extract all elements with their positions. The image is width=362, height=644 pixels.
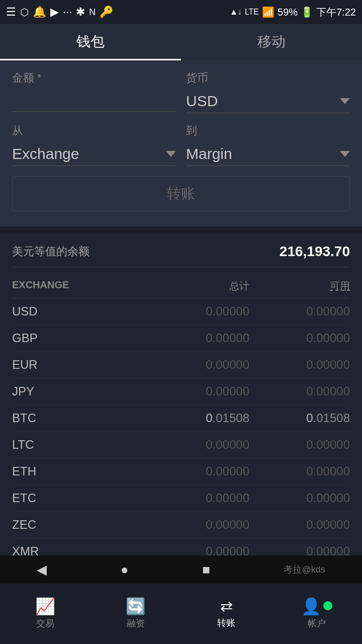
table-row: BTC 0.01508 0.01508	[12, 405, 350, 432]
recents-button[interactable]: ■	[202, 562, 210, 578]
from-group: 从 Exchange	[12, 123, 176, 166]
nav-transfer[interactable]: ⇄ 转账	[181, 599, 272, 629]
table-row: JPY 0.00000 0.00000	[12, 378, 350, 405]
tab-wallet[interactable]: 钱包	[0, 24, 181, 60]
home-button[interactable]: ●	[121, 562, 129, 578]
amount-group: 金额 *	[12, 70, 176, 113]
android-nav-bar: ◀ ● ■ 考拉@kds	[0, 555, 362, 584]
table-row: ZEC 0.00000 0.00000	[12, 512, 350, 538]
main-tabs: 钱包 移动	[0, 24, 362, 60]
to-group: 到 Margin	[186, 123, 350, 166]
table-header: EXCHANGE 总计 可用	[12, 272, 350, 298]
table-row: USD 0.00000 0.00000	[12, 298, 350, 325]
lte-icon: LTE	[245, 8, 259, 17]
finance-icon: 🔄	[126, 598, 146, 614]
row-currency: JPY	[12, 384, 103, 398]
amount-label: 金额 *	[12, 70, 176, 86]
nfc-icon: N	[89, 7, 96, 18]
col-total-header: 总计	[103, 279, 249, 293]
watermark: 考拉@kds	[284, 564, 325, 576]
time-display: 下午7:22	[316, 6, 356, 19]
row-total: 0.00000	[103, 491, 249, 505]
table-row: EUR 0.00000 0.00000	[12, 352, 350, 378]
signal-strength-icon: ▲↓	[230, 8, 242, 17]
nav-finance[interactable]: 🔄 融资	[90, 598, 181, 629]
currency-select[interactable]: USD	[186, 90, 350, 113]
bottom-navigation: 📈 交易 🔄 融资 ⇄ 转账 👤 帐户	[0, 584, 362, 644]
row-currency: EUR	[12, 358, 103, 372]
battery-icon: 🔋	[301, 6, 313, 18]
from-label: 从	[12, 123, 176, 138]
row-currency: ETH	[12, 464, 103, 478]
status-left-icons: ☰ ⬡ 🔔 ▶ ··· ✱ N 🔑	[6, 6, 113, 19]
status-right-icons: ▲↓ LTE 📶 59% 🔋 下午7:22	[230, 6, 356, 19]
currency-label: 货币	[186, 70, 350, 86]
from-chevron-icon	[166, 151, 176, 157]
table-row: ETC 0.00000 0.00000	[12, 485, 350, 512]
row-total: 0.00000	[103, 464, 249, 478]
row-total: 0.00000	[103, 358, 249, 372]
row-currency: LTC	[12, 438, 103, 452]
row-available: 0.00000	[249, 304, 350, 318]
back-button[interactable]: ◀	[37, 562, 47, 578]
col-available-header: 可用	[249, 279, 350, 293]
row-total: 0.00000	[103, 331, 249, 345]
notification-icon: 🔔	[33, 6, 46, 19]
chevron-down-icon	[340, 98, 350, 104]
to-select[interactable]: Margin	[186, 142, 350, 166]
balance-section: 美元等值的余额 216,193.70	[0, 233, 362, 272]
row-available: 0.00000	[249, 438, 350, 452]
app-icon: ⬡	[20, 6, 29, 18]
transfer-form: 金额 * 货币 USD 从 Exchange 到	[0, 60, 362, 226]
row-available: 0.00000	[249, 491, 350, 505]
nav-trade[interactable]: 📈 交易	[0, 598, 90, 629]
nav-transfer-label: 转账	[217, 617, 235, 629]
row-currency: USD	[12, 304, 103, 318]
key-icon: 🔑	[100, 6, 113, 19]
menu-icon: ☰	[6, 6, 16, 19]
table-row: LTC 0.00000 0.00000	[12, 432, 350, 458]
online-status-dot	[323, 601, 332, 610]
signal-bars-icon: 📶	[262, 6, 275, 18]
row-total: 0.00000	[103, 438, 249, 452]
more-icon: ···	[63, 6, 72, 19]
row-available: 0.00000	[249, 384, 350, 398]
to-value: Margin	[186, 145, 232, 163]
from-select[interactable]: Exchange	[12, 142, 176, 166]
row-available: 0.00000	[249, 358, 350, 372]
transfer-icon: ⇄	[220, 599, 233, 614]
row-currency: GBP	[12, 331, 103, 345]
row-currency: BTC	[12, 411, 103, 425]
from-value: Exchange	[12, 145, 79, 163]
send-icon: ▶	[50, 6, 59, 19]
row-available: 0.00000	[249, 331, 350, 345]
row-available: 0.01508	[249, 411, 350, 425]
row-currency: ZEC	[12, 518, 103, 532]
transfer-button[interactable]: 转账	[12, 176, 350, 211]
nav-trade-label: 交易	[36, 617, 54, 629]
bluetooth-icon: ✱	[76, 6, 85, 19]
balance-value: 216,193.70	[280, 244, 350, 260]
battery-percent: 59%	[278, 7, 298, 18]
row-total: 0.00000	[103, 304, 249, 318]
table-row: ETH 0.00000 0.00000	[12, 458, 350, 485]
amount-input[interactable]	[12, 90, 176, 112]
col-exchange-header: EXCHANGE	[12, 279, 103, 293]
to-label: 到	[186, 123, 350, 138]
row-total: 0.01508	[103, 411, 249, 425]
currency-value: USD	[186, 93, 218, 110]
row-total: 0.00000	[103, 518, 249, 532]
row-currency: ETC	[12, 491, 103, 505]
nav-account[interactable]: 👤 帐户	[272, 598, 362, 629]
status-bar: ☰ ⬡ 🔔 ▶ ··· ✱ N 🔑 ▲↓ LTE 📶 59% 🔋 下午7:22	[0, 0, 362, 24]
table-row: GBP 0.00000 0.00000	[12, 325, 350, 352]
row-total: 0.00000	[103, 384, 249, 398]
nav-finance-label: 融资	[127, 617, 145, 629]
row-available: 0.00000	[249, 518, 350, 532]
balance-label: 美元等值的余额	[12, 244, 89, 259]
section-divider	[0, 226, 362, 233]
currency-group: 货币 USD	[186, 70, 350, 113]
tab-move[interactable]: 移动	[181, 24, 362, 60]
to-chevron-icon	[340, 151, 350, 157]
nav-account-label: 帐户	[308, 617, 326, 629]
